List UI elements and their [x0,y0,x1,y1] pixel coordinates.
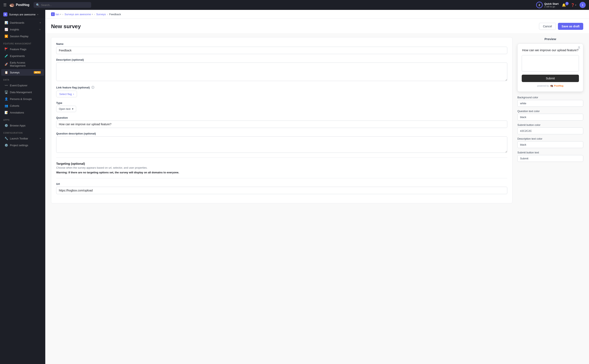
cohorts-icon: 👥 [5,104,8,107]
event-explorer-icon: 〰️ [5,84,8,87]
preview-card: X How can we improve our upload feature?… [517,44,583,92]
sidebar-item-data-management[interactable]: 🖥️ Data Management [1,89,44,95]
info-icon[interactable]: ⓘ [91,86,94,89]
content-area: Name Description (optional) Link feature… [45,33,589,208]
quickstart-button[interactable]: 2 Quick Start 2 still to go [536,2,559,8]
chevron-down-icon: ▾ [40,22,41,24]
sidebar-item-label: Dashboards [10,21,38,24]
surveys-icon: 📋 [5,71,8,74]
submit-btn-text-label: Submit button text [517,151,583,154]
preview-powered-by: powered by 🦔 PostHog [522,84,579,87]
sidebar-item-label: Data Management [10,91,41,94]
form-group-url: Url [56,182,507,194]
sidebar-item-dashboards[interactable]: 📊 Dashboards ▾ [1,19,44,26]
desc-color-input[interactable] [517,141,583,148]
sidebar-item-label: Project settings [10,144,41,147]
page-header: New survey Cancel Save as draft [45,19,589,33]
bg-color-input[interactable] [517,100,583,107]
preview-panel: Preview X How can we improve our upload … [517,37,583,203]
select-flag-button[interactable]: Select flag › [56,91,77,97]
page-actions: Cancel Save as draft [539,23,583,30]
insights-icon: 📈 [5,28,8,31]
submit-btn-color-input[interactable] [517,128,583,134]
sidebar-item-cohorts[interactable]: 👥 Cohorts [1,102,44,109]
preview-title: Preview [517,37,583,41]
breadcrumb-surveys[interactable]: Surveys [96,13,106,16]
help-button[interactable]: ❓ ▾ [571,3,576,7]
sidebar-item-label: Experiments [10,54,41,58]
menu-icon[interactable]: ☰ [3,3,7,7]
breadcrumb-current: Feedback [109,13,121,16]
chevron-down-icon: ▾ [60,13,61,15]
targeting-title: Targeting (optional) [56,162,507,165]
feature-flags-icon: 🚩 [5,47,8,51]
plus-icon: + [39,28,41,31]
type-select[interactable]: Open text ▾ [56,106,76,112]
preview-submit-button[interactable]: Submit [522,75,579,82]
section-label-apps: APPS [0,116,45,122]
breadcrumb-separator: › [94,13,95,16]
color-settings: Background color Question text color Sub… [517,96,583,162]
close-icon[interactable]: X [578,46,580,50]
breadcrumb-project[interactable]: Surveys are awesome ▾ [64,13,93,16]
form-group-question: Question [56,116,507,128]
cancel-button[interactable]: Cancel [539,23,556,30]
save-as-draft-button[interactable]: Save as draft [558,23,583,30]
breadcrumb: I Ian ▾ › Surveys are awesome ▾ › Survey… [45,10,589,19]
question-input[interactable] [56,121,507,128]
quickstart-circle: 2 [536,2,543,8]
description-label: Description (optional) [56,58,507,61]
type-label: Type [56,101,507,104]
sidebar-item-event-explorer[interactable]: 〰️ Event Explorer [1,82,44,89]
chevron-down-icon: ▾ [37,13,38,16]
sidebar-item-label: Event Explorer [10,84,41,87]
section-label-data: DATA [0,76,45,82]
project-name: Surveys are awesome [9,13,36,16]
sidebar-item-launch-toolbar[interactable]: 🔧 Launch Toolbar ▾ [1,135,44,142]
form-group-name: Name [56,42,507,54]
project-selector[interactable]: S Surveys are awesome ▾ [0,10,45,19]
link-flag-label: Link feature flag (optional) ⓘ [56,86,507,90]
sidebar-item-insights[interactable]: 📈 Insights + [1,26,44,33]
question-color-field: Question text color [517,110,583,121]
sidebar-item-early-access[interactable]: 🚀 Early Access Management [1,59,44,69]
sidebar-item-surveys[interactable]: 📋 Surveys BETA [1,69,44,76]
sidebar-item-annotations[interactable]: 📝 Annotations [1,109,44,116]
chevron-down-icon: ▾ [575,4,576,6]
sidebar-item-persons-groups[interactable]: 👤 Persons & Groups [1,96,44,102]
description-input[interactable] [56,63,507,81]
search-input[interactable] [41,4,89,6]
logo-text: PostHog [16,3,29,7]
name-input[interactable] [56,47,507,54]
breadcrumb-ian[interactable]: I Ian ▾ [51,12,61,16]
name-label: Name [56,42,507,46]
preview-brand: PostHog [554,84,563,87]
section-label-configuration: CONFIGURATION [0,129,45,135]
sidebar-item-browse-apps[interactable]: ⚙️ Browse Apps [1,122,44,129]
submit-btn-text-input[interactable] [517,155,583,162]
question-label: Question [56,116,507,119]
chevron-down-icon: ▾ [40,137,41,140]
data-management-icon: 🖥️ [5,91,8,94]
launch-toolbar-icon: 🔧 [5,137,8,140]
search-bar[interactable]: 🔍 [33,2,91,8]
submit-btn-text-field: Submit button text [517,151,583,162]
sidebar-item-project-settings[interactable]: ⚙️ Project settings [1,142,44,149]
session-replay-icon: ▶️ [5,35,8,38]
sidebar-item-experiments[interactable]: 🧪 Experiments [1,53,44,59]
preview-question-text: How can we improve our upload feature? [522,48,579,52]
avatar[interactable]: I [580,2,586,8]
logo: 🦔 PostHog [9,2,29,8]
preview-response-input[interactable] [522,55,579,72]
notifications-button[interactable]: 🔔 1 ▾ [562,3,567,7]
top-navigation: ☰ 🦔 PostHog 🔍 2 Quick Start 2 still to g… [0,0,589,10]
bg-color-field: Background color [517,96,583,107]
browse-apps-icon: ⚙️ [5,124,8,127]
layout: S Surveys are awesome ▾ 📊 Dashboards ▾ 📈… [0,10,589,364]
breadcrumb-separator: › [107,13,108,16]
url-input[interactable] [56,187,507,194]
question-color-input[interactable] [517,114,583,121]
sidebar-item-session-replay[interactable]: ▶️ Session Replay [1,33,44,39]
sidebar-item-feature-flags[interactable]: 🚩 Feature Flags [1,46,44,52]
question-desc-input[interactable] [56,136,507,153]
